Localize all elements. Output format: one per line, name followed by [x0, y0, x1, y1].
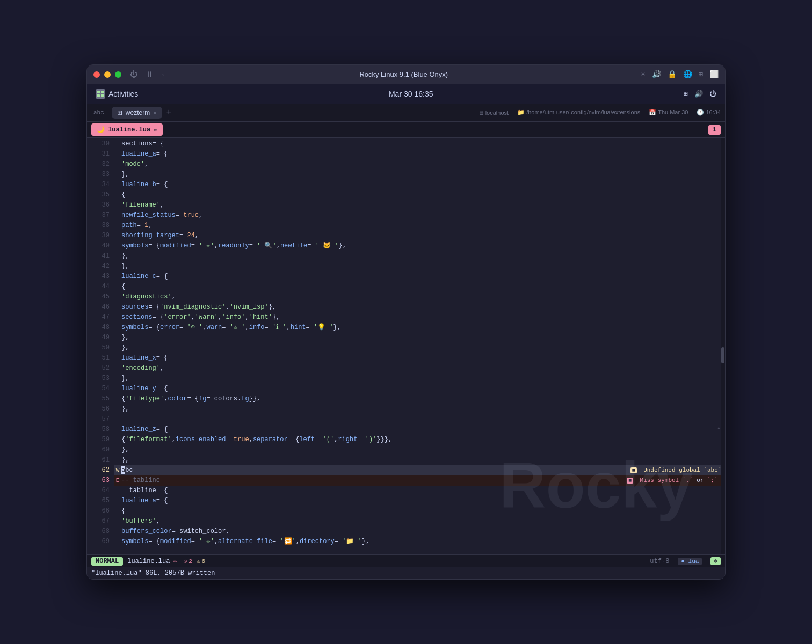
language-badge: ● lua [678, 558, 702, 565]
power-icon[interactable]: ⏻ [130, 70, 137, 79]
tab-bar: abc ⊞ wezterm × + 🖥 localhost 📁 /home/ut… [87, 104, 725, 122]
code-line: shorting_target = 24, [114, 231, 725, 241]
gnome-power-icon[interactable]: ⏻ [709, 90, 716, 98]
window-icon[interactable]: ⬜ [709, 70, 719, 79]
code-line: }, [114, 333, 725, 343]
code-line: sections = { [114, 139, 725, 149]
code-line: }, [114, 445, 725, 455]
scrollbar-thumb[interactable] [721, 347, 724, 363]
line-numbers: 3031323334 3536373839 4041424344 4546474… [87, 138, 114, 554]
code-line: { 'fileformat', icons_enabled = true, se… [114, 435, 725, 445]
file-header: 🌙 lualine.lua ✏ 1 [87, 122, 725, 138]
error-count: ⊙ 2 [184, 558, 192, 565]
status-filename: lualine.lua [127, 558, 170, 565]
code-content: Rocky 3031323334 3536373839 4041424344 4… [87, 138, 725, 554]
code-line: symbols = { error = '⊙ ', warn = '⚠ ', i… [114, 323, 725, 333]
time-info: 🕐 16:34 [697, 109, 721, 116]
code-line: }, [114, 374, 725, 384]
code-line: 'encoding', [114, 363, 725, 374]
clock-icon: 🕐 [697, 109, 704, 115]
folder-icon: 📁 [517, 109, 525, 115]
status-modified-icon: ✏ [173, 557, 177, 565]
file-tab-name: lualine.lua [108, 126, 150, 134]
close-button[interactable] [93, 71, 100, 78]
svg-rect-0 [97, 91, 100, 93]
code-line: { 'filetype', color = { fg = colors.fg }… [114, 394, 725, 404]
code-line-62: W abc ■ Undefined global `abc`. [114, 465, 725, 475]
lua-icon: 🌙 [97, 126, 105, 134]
traffic-lights [93, 71, 121, 78]
nix-badge: ❄ [711, 557, 721, 565]
warning-icon: ⚠ [197, 558, 200, 565]
code-line [114, 414, 725, 425]
monitor-icon: 🖥 [478, 109, 484, 116]
svg-rect-2 [97, 94, 100, 97]
gnome-bar: Activities Mar 30 16:35 ⊞ 🔊 ⏻ [87, 84, 725, 104]
pause-icon[interactable]: ⏸ [146, 70, 154, 79]
back-icon[interactable]: ← [162, 70, 166, 79]
warning-count: ⚠ 6 [197, 558, 205, 565]
tab-close-button[interactable]: × [153, 109, 156, 116]
gnome-datetime: Mar 30 16:35 [138, 90, 684, 98]
code-line: symbols = { modified = '_✏', alternate_f… [114, 537, 725, 547]
audio-icon[interactable]: 🔊 [652, 70, 661, 79]
edit-icon: ✏ [154, 126, 157, 134]
window-title: Rocky Linux 9.1 (Blue Onyx) [166, 70, 641, 78]
new-tab-button[interactable]: + [163, 108, 175, 118]
title-bar-controls: ⏻ ⏸ ← [130, 70, 166, 79]
maximize-button[interactable] [115, 71, 121, 78]
tab-name: wezterm [126, 109, 150, 116]
code-line: { [114, 506, 725, 516]
code-line: { [114, 282, 725, 292]
code-line: lualine_c = { [114, 272, 725, 282]
activities-label: Activities [108, 90, 138, 98]
code-line: lualine_x = { [114, 353, 725, 363]
code-line: lualine_z = {• [114, 425, 725, 435]
tab-right-info: 🖥 localhost 📁 /home/utm-user/.config/nvi… [478, 109, 721, 116]
code-line: lualine_b = { [114, 180, 725, 190]
activities-button[interactable]: Activities [96, 89, 138, 99]
code-area[interactable]: Rocky 3031323334 3536373839 4041424344 4… [87, 138, 725, 554]
grid-icon[interactable]: ⊞ [684, 90, 688, 98]
code-line: lualine_y = { [114, 384, 725, 394]
file-tab[interactable]: 🌙 lualine.lua ✏ [91, 123, 163, 136]
code-line: sections = { 'error', 'warn', 'info', 'h… [114, 312, 725, 323]
screenshot-icon[interactable]: ⊞ [699, 70, 703, 79]
vertical-scrollbar[interactable] [721, 138, 725, 554]
file-number: 1 [708, 125, 721, 135]
code-line: newfile_status = true, [114, 210, 725, 221]
wezterm-tab[interactable]: ⊞ wezterm × [112, 107, 162, 119]
host-info: 🖥 localhost [478, 109, 509, 116]
code-line: sources = { 'nvim_diagnostic', 'nvim_lsp… [114, 302, 725, 312]
code-line: }, [114, 251, 725, 261]
network-icon[interactable]: 🌐 [683, 70, 692, 79]
brightness-icon[interactable]: ☀ [641, 70, 645, 79]
volume-icon[interactable]: 🔊 [694, 90, 703, 98]
mode-badge: NORMAL [91, 557, 123, 566]
code-line: 'diagnostics', [114, 292, 725, 302]
path-info: 📁 /home/utm-user/.config/nvim/lua/extens… [517, 109, 640, 116]
minimize-button[interactable] [104, 71, 111, 78]
code-line: }, [114, 170, 725, 180]
code-line: }, [114, 261, 725, 272]
code-line: buffers_color = switch_color, [114, 526, 725, 537]
lua-dot: ● [681, 558, 685, 565]
date-info: 📅 Thu Mar 30 [649, 109, 688, 116]
code-line: symbols = { modified = '_✏', readonly = … [114, 241, 725, 251]
code-line: }, [114, 343, 725, 353]
terminal-icon: ⊞ [117, 109, 122, 116]
code-line: lualine_a = { [114, 496, 725, 506]
svg-rect-1 [101, 91, 104, 93]
lock-icon[interactable]: 🔒 [668, 70, 677, 79]
code-line: { [114, 190, 725, 200]
activities-icon [96, 89, 105, 99]
abc-label: abc [91, 109, 106, 116]
code-line: }, [114, 455, 725, 465]
encoding-info: utf-8 [650, 558, 669, 565]
code-line: lualine_a = { [114, 149, 725, 159]
status-bar: NORMAL lualine.lua ✏ ⊙ 2 ⚠ 6 utf-8 ● lua… [87, 554, 725, 567]
code-line: }, [114, 404, 725, 414]
code-lines: sections = { lualine_a = { 'mode', }, lu… [114, 138, 725, 554]
svg-rect-3 [101, 94, 104, 97]
error-icon: ⊙ [184, 558, 187, 565]
